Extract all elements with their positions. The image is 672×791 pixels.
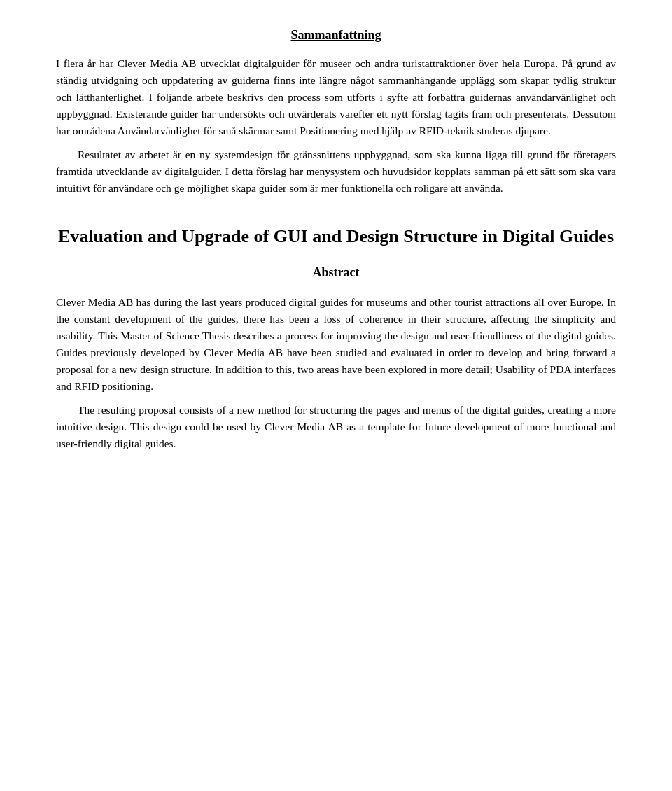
english-title: Evaluation and Upgrade of GUI and Design…: [56, 225, 616, 248]
english-subtitle: Abstract: [56, 265, 616, 280]
english-paragraph-1: Clever Media AB has during the last year…: [56, 294, 616, 395]
page: Sammanfattning I flera år har Clever Med…: [0, 0, 672, 791]
english-paragraph-2: The resulting proposal consists of a new…: [56, 402, 616, 452]
swedish-section: Sammanfattning I flera år har Clever Med…: [56, 28, 616, 197]
swedish-title: Sammanfattning: [56, 28, 616, 43]
english-body: Clever Media AB has during the last year…: [56, 294, 616, 452]
swedish-paragraph-1: I flera år har Clever Media AB utvecklat…: [56, 55, 616, 139]
swedish-body: I flera år har Clever Media AB utvecklat…: [56, 55, 616, 197]
english-section: Evaluation and Upgrade of GUI and Design…: [56, 225, 616, 452]
swedish-paragraph-2: Resultatet av arbetet är en ny systemdes…: [56, 146, 616, 197]
